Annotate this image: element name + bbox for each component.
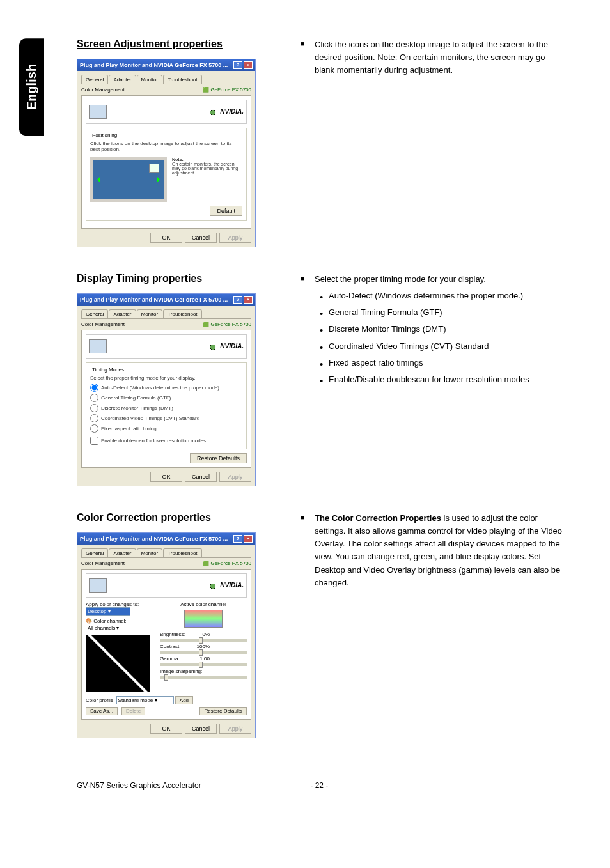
dialog-title: Plug and Play Monitor and NVIDIA GeForce… xyxy=(80,536,228,542)
thumb-icon xyxy=(89,105,107,119)
nvidia-logo: NVIDIA. xyxy=(207,108,244,115)
timing-sub: Enable/Disable doublescan for lower reso… xyxy=(315,373,565,386)
sharpen-slider[interactable] xyxy=(160,676,247,679)
timing-dialog: Plug and Play Monitor and NVIDIA GeForce… xyxy=(77,293,256,486)
saveas-button[interactable]: Save As... xyxy=(86,707,118,715)
gamma-val: 1.00 xyxy=(194,656,210,662)
brightness-label: Brightness: xyxy=(160,632,192,637)
timing-sub: Auto-Detect (Windows determines the prop… xyxy=(315,290,565,302)
doublescan-check[interactable]: Enable doublescan for lower resolution m… xyxy=(90,437,242,445)
tab-general[interactable]: General xyxy=(81,309,108,318)
cancel-button[interactable]: Cancel xyxy=(185,233,217,243)
thumb-icon xyxy=(89,578,107,593)
tab-general[interactable]: General xyxy=(81,75,108,84)
arrow-right-icon[interactable] xyxy=(157,176,163,183)
apply-changes-label: Apply color changes to: xyxy=(86,601,156,607)
tab-general[interactable]: General xyxy=(81,548,108,557)
close-icon[interactable]: × xyxy=(244,296,253,304)
desktop-icon[interactable] xyxy=(149,164,159,173)
side-tab: English xyxy=(19,38,44,136)
close-icon[interactable]: × xyxy=(244,535,253,543)
close-icon[interactable]: × xyxy=(244,61,253,69)
color-mgmt-label: Color Management xyxy=(81,87,125,93)
color-dialog: Plug and Play Monitor and NVIDIA GeForce… xyxy=(77,532,256,738)
apply-button: Apply xyxy=(219,233,251,243)
footer-page: - 22 - xyxy=(310,781,328,790)
ok-button[interactable]: OK xyxy=(150,233,182,243)
tab-adapter[interactable]: Adapter xyxy=(109,75,136,84)
profile-select[interactable]: Standard mode ▾ xyxy=(116,696,174,704)
gf-label: 🟩 GeForce FX 5700 xyxy=(203,322,251,327)
note-title: Note: xyxy=(172,157,184,162)
default-button[interactable]: Default xyxy=(210,206,242,216)
footer-left: GV-N57 Series Graphics Accelerator xyxy=(77,781,201,790)
ok-button[interactable]: OK xyxy=(150,472,182,482)
delete-button: Delete xyxy=(121,707,145,715)
timing-group-desc: Select the proper timing mode for your d… xyxy=(90,375,242,381)
radio-fixed[interactable]: Fixed aspect ratio timing xyxy=(90,424,242,433)
positioning-desc: Click the icons on the desktop image to … xyxy=(90,141,242,152)
gf-label: 🟩 GeForce FX 5700 xyxy=(203,561,251,566)
positioning-group: Positioning xyxy=(90,132,119,138)
arrow-left-icon[interactable] xyxy=(94,176,100,183)
radio-dmt[interactable]: Discrete Monitor Timings (DMT) xyxy=(90,404,242,412)
apply-changes-select[interactable]: Desktop ▾ xyxy=(86,607,130,616)
radio-gtf[interactable]: General Timing Formula (GTF) xyxy=(90,394,242,402)
screen-adjust-dialog: Plug and Play Monitor and NVIDIA GeForce… xyxy=(77,59,256,247)
nvidia-logo: NVIDIA. xyxy=(207,343,244,350)
tab-adapter[interactable]: Adapter xyxy=(109,309,136,318)
tab-monitor[interactable]: Monitor xyxy=(137,309,163,318)
apply-button: Apply xyxy=(219,472,251,482)
color-heading: Color Correction properties xyxy=(77,512,275,523)
color-mgmt-label: Color Management xyxy=(81,561,125,566)
curve-preview xyxy=(86,635,150,692)
color-mgmt-label: Color Management xyxy=(81,322,125,327)
timing-group: Timing Modes xyxy=(90,367,126,373)
tab-monitor[interactable]: Monitor xyxy=(137,548,163,557)
timing-heading: Display Timing properties xyxy=(77,273,275,284)
dialog-title: Plug and Play Monitor and NVIDIA GeForce… xyxy=(80,297,228,303)
nvidia-logo: NVIDIA. xyxy=(207,582,244,589)
gamma-slider[interactable] xyxy=(160,663,247,666)
channel-select[interactable]: All channels ▾ xyxy=(86,624,130,632)
profile-label: Color profile: xyxy=(86,697,114,703)
brightness-val: 0% xyxy=(194,632,210,637)
contrast-label: Contrast: xyxy=(160,644,192,649)
active-label: Active color channel xyxy=(160,601,247,607)
monitor-preview[interactable] xyxy=(90,157,167,202)
restore-defaults-button[interactable]: Restore Defaults xyxy=(190,453,247,463)
help-icon[interactable]: ? xyxy=(233,61,242,69)
radio-autodetect[interactable]: Auto-Detect (Windows determines the prop… xyxy=(90,384,242,392)
tab-troubleshoot[interactable]: Troubleshoot xyxy=(163,75,201,84)
timing-bullet: Select the proper timing mode for your d… xyxy=(301,273,565,386)
ok-button[interactable]: OK xyxy=(150,724,182,734)
sharpen-label: Image sharpening: xyxy=(160,669,247,674)
contrast-val: 100% xyxy=(194,644,210,649)
help-icon[interactable]: ? xyxy=(233,535,242,543)
timing-sub: General Timing Formula (GTF) xyxy=(315,306,565,319)
timing-sub: Coordinated Video Timings (CVT) Standard xyxy=(315,340,565,353)
radio-cvt[interactable]: Coordinated Video Timings (CVT) Standard xyxy=(90,414,242,422)
thumb-icon xyxy=(89,339,107,353)
brightness-slider[interactable] xyxy=(160,639,247,642)
cancel-button[interactable]: Cancel xyxy=(185,724,217,734)
preview-swatch xyxy=(184,610,223,628)
tab-troubleshoot[interactable]: Troubleshoot xyxy=(163,548,201,557)
gamma-label: Gamma: xyxy=(160,656,192,662)
note-body: On certain monitors, the screen may go b… xyxy=(172,162,238,175)
screen-bullet: Click the icons on the desktop image to … xyxy=(301,38,565,77)
help-icon[interactable]: ? xyxy=(233,296,242,304)
tab-troubleshoot[interactable]: Troubleshoot xyxy=(163,309,201,318)
apply-button: Apply xyxy=(219,724,251,734)
gf-label: 🟩 GeForce FX 5700 xyxy=(203,87,251,93)
timing-sub: Fixed aspect ratio timings xyxy=(315,357,565,369)
restore-button[interactable]: Restore Defaults xyxy=(199,707,247,715)
contrast-slider[interactable] xyxy=(160,651,247,654)
add-button[interactable]: Add xyxy=(175,696,193,704)
cancel-button[interactable]: Cancel xyxy=(185,472,217,482)
dialog-title: Plug and Play Monitor and NVIDIA GeForce… xyxy=(80,62,228,68)
tab-monitor[interactable]: Monitor xyxy=(137,75,163,84)
channel-label: 🎨 Color channel: xyxy=(86,618,156,624)
screen-adjust-heading: Screen Adjustment properties xyxy=(77,38,275,50)
tab-adapter[interactable]: Adapter xyxy=(109,548,136,557)
